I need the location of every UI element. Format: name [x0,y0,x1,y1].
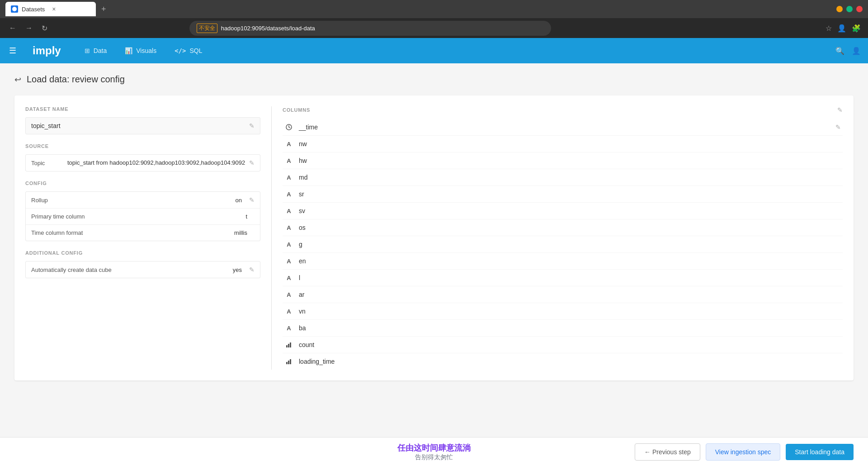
col-name: hw [299,157,307,164]
col-name: l [299,274,300,281]
col-type-icon: A [284,206,293,215]
visuals-nav-icon: 📊 [125,47,132,54]
data-nav-icon: ⊞ [85,47,90,54]
svg-rect-6 [288,361,289,364]
right-panel: COLUMNS ✎ __time ✎ A nw A hw A md A sr A… [271,106,843,370]
col-name: sv [299,207,305,214]
browser-chrome: Datasets × + [0,0,868,18]
new-tab-button[interactable]: + [99,3,108,16]
maximize-button[interactable] [846,6,853,12]
col-type-icon: A [284,156,293,165]
star-icon[interactable]: ☆ [826,24,832,33]
address-bar: ← → ↻ 不安全 hadoop102:9095/datasets/load-d… [0,18,868,38]
column-item: count [283,337,843,353]
main-content: ↩ Load data: review config DATASET NAME … [0,63,868,466]
col-type-icon: A [284,240,293,249]
col-name: loading_time [299,358,335,365]
dataset-name-value: topic_start [31,122,61,129]
config-key-time-col: Primary time column [31,213,245,220]
column-item: A md [283,169,843,186]
source-val-topic: topic_start from hadoop102:9092,hadoop10… [67,159,249,166]
additional-config-section-label: ADDITIONAL CONFIG [25,250,260,256]
columns-section-label: COLUMNS [283,107,310,113]
column-item: A os [283,219,843,236]
watermark: 任由这时间肆意流淌 告别得太匆忙 [397,442,471,461]
col-name: ar [299,291,304,298]
config-val-time-format: millis [234,229,247,236]
column-item: A ar [283,286,843,303]
config-key-auto-cube: Automatically create data cube [31,266,233,273]
back-nav-button[interactable]: ← [7,22,18,34]
extension-icon[interactable]: 🧩 [852,24,861,33]
source-section-label: SOURCE [25,143,260,149]
reload-button[interactable]: ↻ [40,22,49,34]
config-edit-icon-auto-cube[interactable]: ✎ [249,266,255,273]
browser-tab[interactable]: Datasets × [5,2,96,16]
tab-close-btn[interactable]: × [52,5,56,13]
previous-step-button[interactable]: ← Previous step [635,443,700,461]
config-val-rollup: on [236,197,242,204]
column-item: A hw [283,152,843,169]
col-type-icon: A [284,323,293,333]
left-panel: DATASET NAME topic_start ✎ SOURCE Topic … [25,106,260,370]
account-icon[interactable]: 👤 [837,24,846,33]
footer: 任由这时间肆意流淌 告别得太匆忙 ← Previous step View in… [0,437,868,466]
content-layout: DATASET NAME topic_start ✎ SOURCE Topic … [14,95,854,380]
source-key-topic: Topic [31,159,67,166]
minimize-button[interactable] [836,6,843,12]
column-item: A nw [283,136,843,152]
hamburger-menu-button[interactable]: ☰ [7,44,18,57]
col-type-icon [284,123,293,132]
column-item: A sv [283,203,843,219]
source-table: Topic topic_start from hadoop102:9092,ha… [25,154,260,171]
config-table: Rollup on ✎ Primary time column t Time c… [25,191,260,241]
config-row-time-col: Primary time column t [26,209,260,225]
config-val-time-col: t [245,213,247,220]
col-edit-icon[interactable]: ✎ [835,124,841,131]
back-button[interactable]: ↩ [14,75,21,85]
column-item: A g [283,236,843,253]
forward-nav-button[interactable]: → [24,22,34,34]
additional-config-table: Automatically create data cube yes ✎ [25,261,260,278]
config-row-rollup: Rollup on ✎ [26,192,260,209]
view-ingestion-spec-button[interactable]: View ingestion spec [706,443,780,461]
address-input[interactable]: 不安全 hadoop102:9095/datasets/load-data [189,21,551,36]
col-type-icon: A [284,223,293,232]
source-edit-icon[interactable]: ✎ [249,159,255,166]
app-header: ☰ imply ⊞ Data 📊 Visuals </> SQL 🔍 👤 [0,38,868,63]
security-warning: 不安全 [197,24,217,33]
config-section-label: CONFIG [25,181,260,186]
svg-rect-3 [288,344,289,347]
config-edit-icon-rollup[interactable]: ✎ [249,196,255,204]
columns-edit-icon[interactable]: ✎ [837,106,843,114]
page-header: ↩ Load data: review config [14,74,854,85]
start-loading-button[interactable]: Start loading data [786,444,854,460]
col-name: nw [299,140,307,147]
col-type-icon: A [284,173,293,182]
column-item: A en [283,253,843,270]
header-right: 🔍 👤 [835,47,861,55]
column-item: loading_time [283,353,843,370]
nav-item-sql[interactable]: </> SQL [165,38,211,63]
tab-title: Datasets [22,6,45,13]
col-name: sr [299,190,304,198]
config-key-rollup: Rollup [31,197,236,204]
svg-rect-2 [286,345,288,347]
dataset-name-section-label: DATASET NAME [25,106,260,112]
nav-item-data[interactable]: ⊞ Data [75,38,116,63]
search-icon[interactable]: 🔍 [835,47,844,55]
col-type-icon [284,357,293,366]
favicon-icon [11,5,18,13]
config-val-auto-cube: yes [233,266,242,273]
column-item: A l [283,270,843,286]
col-name: vn [299,308,306,315]
sql-nav-icon: </> [175,47,186,54]
close-button[interactable] [856,6,863,12]
nav-item-visuals[interactable]: 📊 Visuals [116,38,165,63]
config-row-time-format: Time column format millis [26,225,260,241]
dataset-name-edit-icon[interactable]: ✎ [249,122,255,129]
col-type-icon: A [284,257,293,266]
col-type-icon: A [284,139,293,148]
user-account-icon[interactable]: 👤 [852,47,861,55]
col-type-icon: A [284,307,293,316]
